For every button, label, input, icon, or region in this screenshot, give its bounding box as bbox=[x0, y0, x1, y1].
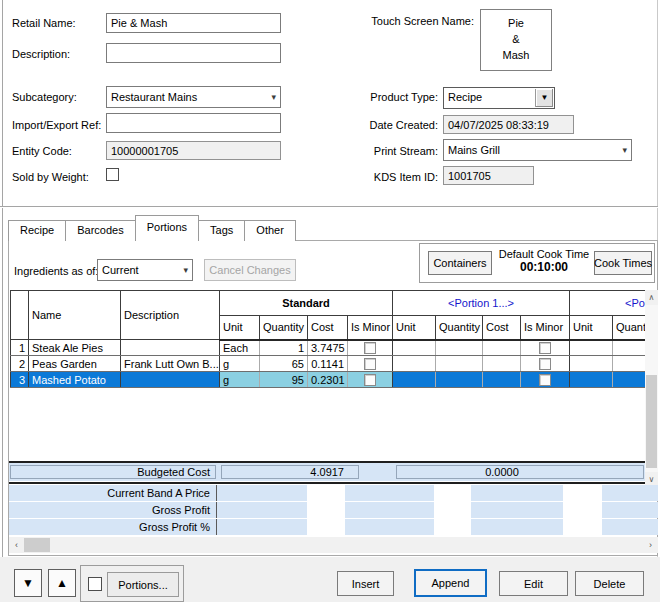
price-cell[interactable] bbox=[434, 519, 471, 535]
touch-screen-name-box[interactable]: Pie & Mash bbox=[480, 9, 552, 71]
ingredients-as-of-select[interactable]: Current ▾ bbox=[97, 259, 193, 281]
quantity-cell[interactable]: 65 bbox=[260, 356, 308, 372]
summary-row: Gross Profit % bbox=[9, 519, 658, 535]
quantity-cell[interactable] bbox=[436, 372, 483, 388]
move-down-button[interactable]: ▼ bbox=[14, 569, 42, 597]
cost-cell[interactable] bbox=[483, 356, 521, 372]
is-minor-checkbox[interactable] bbox=[364, 358, 376, 370]
sold-by-weight-checkbox[interactable] bbox=[106, 168, 119, 181]
cost-cell[interactable]: 3.7475 bbox=[308, 340, 348, 356]
product-type-select[interactable]: Recipe ▼ bbox=[443, 87, 555, 109]
portion1-group-header[interactable]: <Portion 1...> bbox=[393, 291, 570, 316]
edit-button[interactable]: Edit bbox=[499, 571, 568, 596]
scroll-right-icon[interactable]: › bbox=[643, 537, 658, 553]
unit-cell[interactable] bbox=[570, 372, 613, 388]
quantity-cell[interactable] bbox=[436, 340, 483, 356]
dropdown-arrow-icon[interactable]: ▼ bbox=[535, 89, 553, 107]
tab-barcodes[interactable]: Barcodes bbox=[65, 220, 135, 241]
description-column-header: Description bbox=[121, 291, 220, 340]
tab-other[interactable]: Other bbox=[244, 220, 296, 241]
is-minor-checkbox[interactable] bbox=[539, 374, 551, 386]
portion2-group-header[interactable]: <Portion 2...> bbox=[570, 291, 645, 316]
summary-row-label: Current Band A Price bbox=[9, 485, 217, 501]
name-cell[interactable]: Peas Garden bbox=[29, 356, 121, 372]
price-cell[interactable] bbox=[434, 502, 471, 518]
unit-cell[interactable] bbox=[393, 372, 436, 388]
is-minor-checkbox[interactable] bbox=[539, 342, 551, 354]
cost-cell[interactable]: 0.1141 bbox=[308, 356, 348, 372]
kds-item-id-label: KDS Item ID: bbox=[338, 171, 438, 184]
unit-cell[interactable] bbox=[393, 356, 436, 372]
cost-column-header: Cost bbox=[308, 316, 348, 340]
quantity-cell[interactable] bbox=[613, 356, 645, 372]
description-label: Description: bbox=[12, 48, 70, 61]
name-cell[interactable]: Steak Ale Pies bbox=[29, 340, 121, 356]
tab-tags[interactable]: Tags bbox=[198, 220, 245, 241]
unit-cell[interactable] bbox=[570, 340, 613, 356]
grid-horizontal-scrollbar[interactable]: ‹ › bbox=[9, 537, 658, 553]
form-separator bbox=[0, 206, 658, 208]
quantity-column-header: Quantity bbox=[613, 316, 645, 340]
cost-column-header: Cost bbox=[483, 316, 521, 340]
cost-cell[interactable]: 0.2301 bbox=[308, 372, 348, 388]
scrollbar-thumb[interactable] bbox=[24, 538, 50, 552]
portions-checkbox[interactable] bbox=[88, 577, 102, 591]
summary-row-label: Gross Profit % bbox=[9, 519, 217, 535]
table-row-selected[interactable]: 3 Mashed Potato g 95 0.2301 bbox=[11, 372, 646, 388]
price-cell[interactable] bbox=[307, 519, 345, 535]
is-minor-checkbox[interactable] bbox=[364, 374, 376, 386]
cost-cell[interactable] bbox=[483, 372, 521, 388]
quantity-cell[interactable] bbox=[613, 372, 645, 388]
unit-cell[interactable]: Each bbox=[220, 340, 260, 356]
budgeted-cost-portion1-value: 0.0000 bbox=[396, 465, 644, 479]
standard-group-header: Standard bbox=[220, 291, 393, 316]
price-cell[interactable] bbox=[307, 485, 345, 501]
price-cell[interactable] bbox=[563, 485, 602, 501]
grid-vertical-scrollbar[interactable]: ∧ ∨ bbox=[645, 290, 658, 487]
portions-button[interactable]: Portions... bbox=[107, 572, 179, 597]
cost-cell[interactable] bbox=[483, 340, 521, 356]
table-row[interactable]: 2 Peas Garden Frank Lutt Own B... g 65 0… bbox=[11, 356, 646, 372]
table-row[interactable]: 1 Steak Ale Pies Each 1 3.7475 bbox=[11, 340, 646, 356]
tab-portions[interactable]: Portions bbox=[135, 215, 199, 241]
import-export-ref-input[interactable] bbox=[106, 113, 281, 133]
description-cell[interactable] bbox=[121, 340, 220, 356]
scroll-left-icon[interactable]: ‹ bbox=[9, 537, 24, 553]
unit-cell[interactable]: g bbox=[220, 356, 260, 372]
quantity-cell[interactable] bbox=[613, 340, 645, 356]
ingredients-as-of-label: Ingredients as of: bbox=[14, 265, 98, 278]
price-cell[interactable] bbox=[563, 502, 602, 518]
description-cell[interactable] bbox=[121, 372, 220, 388]
is-minor-checkbox[interactable] bbox=[364, 342, 376, 354]
unit-cell[interactable]: g bbox=[220, 372, 260, 388]
chevron-down-icon: ▾ bbox=[179, 263, 188, 277]
cancel-changes-button: Cancel Changes bbox=[204, 259, 296, 281]
cook-times-button[interactable]: Cook Times bbox=[594, 251, 652, 275]
price-cell[interactable] bbox=[307, 502, 345, 518]
name-cell[interactable]: Mashed Potato bbox=[29, 372, 121, 388]
price-cell[interactable] bbox=[563, 519, 602, 535]
scroll-up-icon[interactable]: ∧ bbox=[645, 290, 658, 305]
insert-button[interactable]: Insert bbox=[337, 571, 394, 596]
price-cell[interactable] bbox=[434, 485, 471, 501]
quantity-cell[interactable]: 1 bbox=[260, 340, 308, 356]
quantity-cell[interactable] bbox=[436, 356, 483, 372]
move-up-button[interactable]: ▲ bbox=[48, 569, 76, 597]
is-minor-checkbox[interactable] bbox=[539, 358, 551, 370]
retail-name-input[interactable]: Pie & Mash bbox=[106, 13, 281, 33]
delete-button[interactable]: Delete bbox=[575, 571, 644, 596]
description-input[interactable] bbox=[106, 43, 281, 63]
append-button[interactable]: Append bbox=[414, 569, 487, 597]
subcategory-value: Restaurant Mains bbox=[111, 90, 197, 104]
quantity-cell[interactable]: 95 bbox=[260, 372, 308, 388]
row-number-cell: 2 bbox=[11, 356, 29, 372]
unit-cell[interactable] bbox=[570, 356, 613, 372]
description-cell[interactable]: Frank Lutt Own B... bbox=[121, 356, 220, 372]
containers-button[interactable]: Containers bbox=[428, 251, 492, 275]
default-cook-time-value: 00:10:00 bbox=[496, 260, 592, 274]
unit-cell[interactable] bbox=[393, 340, 436, 356]
subcategory-select[interactable]: Restaurant Mains ▾ bbox=[106, 86, 281, 108]
print-stream-select[interactable]: Mains Grill ▾ bbox=[443, 139, 632, 161]
scrollbar-thumb[interactable] bbox=[646, 375, 657, 468]
tab-recipe[interactable]: Recipe bbox=[8, 220, 66, 241]
